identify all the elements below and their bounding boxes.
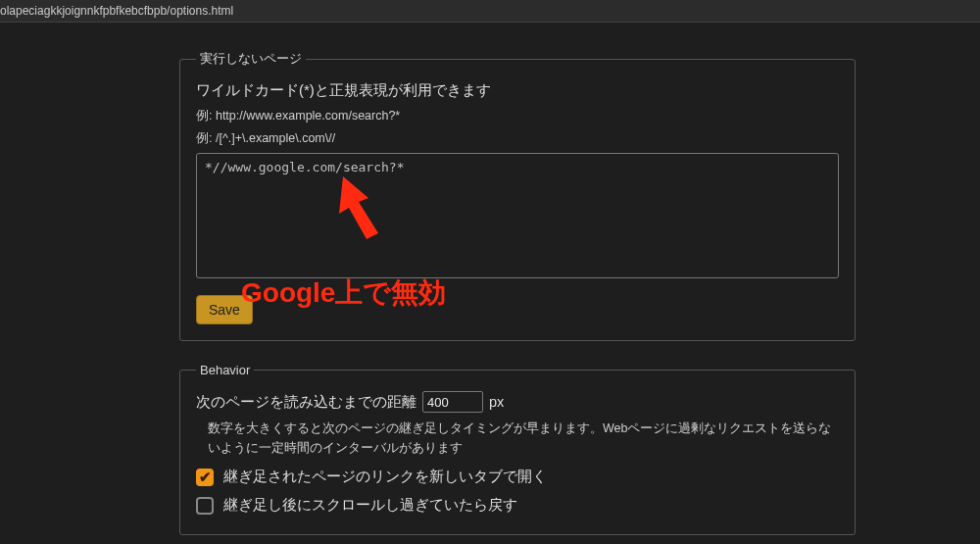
exclude-fieldset: 実行しないページ ワイルドカード(*)と正規表現が利用できます 例: http:… (179, 50, 856, 341)
exclude-example-1: 例: http://www.example.com/search?* (196, 108, 839, 124)
distance-label: 次のページを読み込むまでの距離 (196, 393, 416, 412)
exclude-example-2: 例: /[^.]+\.example\.com\// (196, 130, 839, 147)
exclude-description: ワイルドカード(*)と正規表現が利用できます (196, 81, 839, 100)
url-text: olapeciagkkjoignnkfpbfkebcfbpb/options.h… (0, 4, 233, 18)
checkbox-scrollback-label: 継ぎ足し後にスクロールし過ぎていたら戻す (223, 496, 517, 515)
behavior-legend: Behavior (196, 363, 254, 377)
exclude-legend: 実行しないページ (196, 50, 306, 68)
behavior-fieldset: Behavior 次のページを読み込むまでの距離 px 数字を大きくすると次のペ… (179, 363, 856, 535)
checkbox-scrollback[interactable] (196, 497, 214, 515)
distance-help: 数字を大きくすると次のページの継ぎ足しタイミングが早まります。Webページに過剰… (208, 419, 839, 458)
exclude-textarea[interactable] (196, 153, 839, 278)
distance-unit: px (489, 394, 504, 410)
options-content: 実行しないページ ワイルドカード(*)と正規表現が利用できます 例: http:… (0, 23, 980, 535)
checkbox-newtab-label: 継ぎ足されたページのリンクを新しいタブで開く (223, 468, 547, 486)
distance-input[interactable] (422, 391, 483, 413)
checkbox-newtab[interactable]: ✔ (196, 469, 214, 486)
address-bar: olapeciagkkjoignnkfpbfkebcfbpb/options.h… (0, 0, 980, 23)
save-button[interactable]: Save (196, 295, 253, 324)
